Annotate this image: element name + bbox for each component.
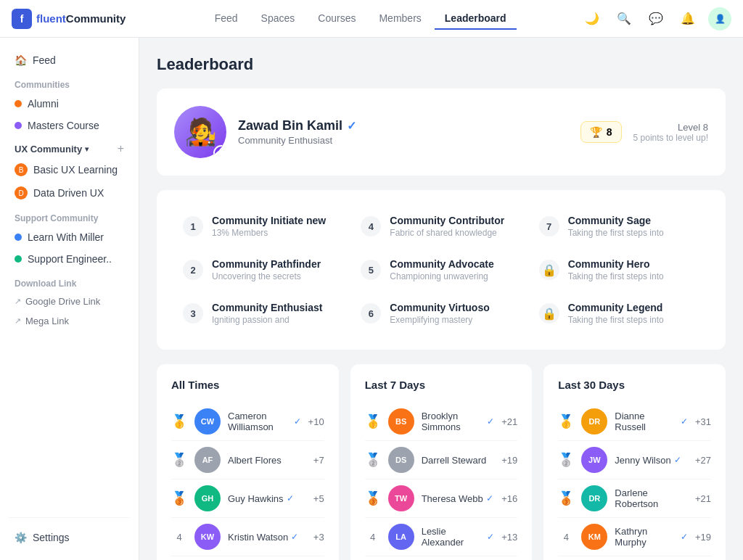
lb-name-text: Leslie Alexander	[422, 526, 485, 548]
rank-desc: Uncovering the secrets	[212, 271, 321, 281]
rank-title: Community Sage	[568, 215, 664, 226]
lb-panel-title: All Times	[171, 379, 324, 391]
top-nav: f fluentCommunity Feed Spaces Courses Me…	[0, 0, 743, 38]
lb-name: Darrell Steward	[422, 455, 495, 466]
lb-avatar: LA	[388, 524, 414, 550]
lb-points: +10	[308, 416, 324, 427]
lb-name-text: Dianne Russell	[615, 411, 678, 432]
logo[interactable]: f fluentCommunity	[12, 9, 126, 29]
lb-avatar: TW	[388, 485, 414, 511]
masters-dot	[15, 122, 22, 129]
avatar-emoji: 🧑‍🎤	[184, 117, 217, 147]
rank-info: Community Pathfinder Uncovering the secr…	[212, 258, 321, 281]
verified-icon: ✓	[681, 416, 688, 427]
lb-row: 4 KM Kathryn Murphy ✓ +19	[558, 518, 711, 556]
rank-item: 4 Community Contributor Fabric of shared…	[352, 205, 530, 248]
ux-section-title: UX Community ▾	[15, 144, 89, 155]
layout: 🏠 Feed Communities Alumni Masters Course…	[0, 38, 743, 560]
rank-desc: Taking the first steps into	[568, 271, 664, 281]
sidebar-item-data-driven-ux[interactable]: D Data Driven UX	[9, 181, 130, 205]
rank-desc: Igniting passion and	[212, 315, 322, 325]
verified-icon: ✓	[287, 493, 294, 503]
lb-name: Brooklyn Simmons ✓	[422, 411, 495, 432]
lb-points: +19	[501, 455, 517, 466]
rank-title: Community Advocate	[390, 258, 493, 270]
rank-title: Community Legend	[568, 302, 664, 313]
mega-label: Mega Link	[25, 316, 69, 326]
lb-points: +19	[695, 532, 711, 543]
profile-name-text: Zawad Bin Kamil	[238, 118, 342, 133]
sidebar-item-masters[interactable]: Masters Course	[9, 115, 130, 136]
masters-label: Masters Course	[28, 120, 99, 131]
sidebar-item-feed[interactable]: 🏠 Feed	[9, 49, 130, 71]
sidebar-item-learn-miller[interactable]: Learn With Miller	[9, 226, 130, 248]
profile-stats: 🏆 8 Level 8 5 points to level up!	[580, 121, 708, 143]
rank-title: Community Virtuoso	[390, 302, 489, 313]
rank-item: 6 Community Virtuoso Exemplifying master…	[352, 292, 530, 335]
lb-row: 🥈 DS Darrell Steward +19	[365, 441, 518, 479]
medal-icon: 🥉	[558, 490, 574, 506]
chevron-down-icon: ▾	[85, 145, 89, 153]
sidebar-feed-label: Feed	[33, 54, 56, 66]
sidebar-bottom: ⚙️ Settings	[9, 517, 130, 548]
lb-name: Dianne Russell ✓	[615, 411, 688, 432]
lb-row: 5 RF Robert Fox +9	[365, 556, 518, 560]
rank-item: 5 Community Advocate Championing unwaver…	[352, 248, 530, 292]
lb-row: 🥇 DR Dianne Russell ✓ +31	[558, 403, 711, 440]
lb-name-text: Kristin Watson	[228, 532, 288, 543]
nav-courses[interactable]: Courses	[308, 8, 366, 30]
search-icon[interactable]: 🔍	[612, 7, 636, 30]
lb-row: 🥉 GH Guy Hawkins ✓ +5	[171, 479, 324, 517]
lb-points: +7	[313, 455, 324, 466]
rank-info: Community Enthusiast Igniting passion an…	[212, 302, 322, 325]
learn-miller-label: Learn With Miller	[28, 231, 104, 243]
lb-row: 🥇 CW Cameron Williamson ✓ +10	[171, 403, 324, 440]
nav-members[interactable]: Members	[369, 8, 431, 30]
rank-info: Community Hero Taking the first steps in…	[568, 258, 664, 281]
medal-icon: 🥇	[365, 413, 381, 429]
add-ux-icon[interactable]: +	[118, 142, 124, 155]
verified-icon: ✓	[674, 455, 681, 465]
lb-points: +27	[695, 455, 711, 466]
nav-spaces[interactable]: Spaces	[251, 8, 305, 30]
rank-desc: Taking the first steps into	[568, 228, 664, 238]
chat-icon[interactable]: 💬	[644, 7, 668, 30]
sidebar-item-alumni[interactable]: Alumni	[9, 93, 130, 115]
verified-icon: ✓	[347, 119, 356, 133]
rank-title: Community Contributor	[390, 215, 504, 226]
nav-leaderboard[interactable]: Leaderboard	[435, 8, 517, 30]
data-driven-avatar: D	[15, 186, 28, 199]
nav-links: Feed Spaces Courses Members Leaderboard	[149, 8, 572, 30]
user-avatar[interactable]: 👤	[708, 7, 731, 30]
lb-name-text: Cameron Williamson	[228, 411, 291, 432]
sidebar-link-gdrive[interactable]: ↗ Google Drive Link	[9, 292, 130, 311]
support-engineer-dot	[15, 255, 22, 263]
notifications-icon[interactable]: 🔔	[676, 7, 699, 30]
data-driven-label: Data Driven UX	[33, 187, 104, 199]
lb-avatar: CW	[194, 408, 221, 435]
lb-name: Kathryn Murphy ✓	[615, 526, 688, 548]
rank-desc: Exemplifying mastery	[390, 315, 489, 325]
sidebar-item-basic-ux[interactable]: B Basic UX Learning	[9, 158, 130, 181]
rank-item: 🔒 Community Hero Taking the first steps …	[530, 248, 708, 292]
rank-number: 4	[365, 532, 381, 543]
rank-title: Community Hero	[568, 258, 664, 270]
sidebar-item-support-engineer[interactable]: Support Engineer..	[9, 248, 130, 270]
rank-number: 2	[183, 260, 203, 280]
dark-mode-icon[interactable]: 🌙	[580, 7, 604, 30]
rank-number: 6	[361, 303, 381, 324]
sidebar-link-mega[interactable]: ↗ Mega Link	[9, 311, 130, 331]
lb-row: 🥇 BS Brooklyn Simmons ✓ +21	[365, 403, 518, 440]
lb-name: Jenny Wilson ✓	[615, 455, 688, 466]
profile-info: Zawad Bin Kamil ✓ Community Enthusiast	[238, 118, 569, 146]
rank-number: 🔒	[539, 303, 559, 324]
verified-icon: ✓	[681, 532, 688, 542]
nav-feed[interactable]: Feed	[205, 8, 248, 30]
sidebar-item-settings[interactable]: ⚙️ Settings	[9, 527, 130, 548]
verified-icon: ✓	[486, 493, 493, 503]
sidebar: 🏠 Feed Communities Alumni Masters Course…	[0, 38, 139, 560]
medal-icon: 🥈	[365, 452, 381, 468]
rank-info: Community Initiate new 13% Members	[212, 215, 326, 238]
lb-avatar: AF	[194, 447, 221, 473]
support-section-label: Support Community	[9, 205, 130, 226]
